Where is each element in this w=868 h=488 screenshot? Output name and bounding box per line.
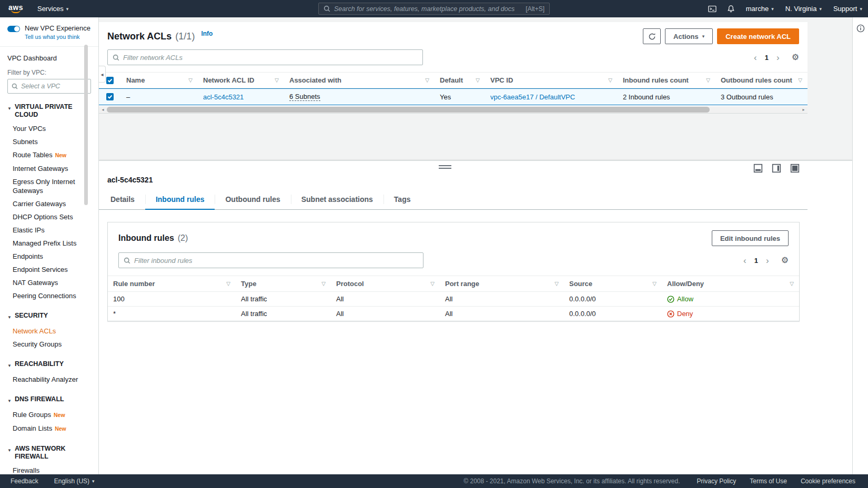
- column-filter-icon[interactable]: ▽: [554, 281, 559, 287]
- cloudshell-button[interactable]: [703, 0, 722, 17]
- prev-page-button[interactable]: ‹: [743, 256, 746, 265]
- column-filter-icon[interactable]: ▽: [706, 77, 710, 83]
- sidebar-section-header[interactable]: ▼ SECURITY: [7, 312, 91, 321]
- edit-inbound-rules-button[interactable]: Edit inbound rules: [712, 230, 789, 246]
- sidebar-item[interactable]: Endpoint Services: [7, 263, 91, 276]
- prev-page-button[interactable]: ‹: [754, 53, 757, 62]
- sidebar-item[interactable]: Rule GroupsNew: [7, 408, 91, 422]
- language-selector[interactable]: English (US) ▾: [54, 477, 95, 485]
- support-menu[interactable]: Support ▾: [827, 0, 868, 17]
- column-filter-icon[interactable]: ▽: [425, 77, 429, 83]
- sidebar-item[interactable]: Internet Gateways: [7, 162, 91, 175]
- footer-link[interactable]: Privacy Policy: [697, 477, 736, 485]
- scrollbar-track[interactable]: [107, 106, 800, 113]
- info-icon[interactable]: [856, 24, 865, 33]
- footer-link[interactable]: Terms of Use: [750, 477, 787, 485]
- info-link[interactable]: Info: [201, 30, 213, 37]
- global-search-input[interactable]: [334, 5, 522, 13]
- sidebar-section-header[interactable]: ▼ DNS FIREWALL: [7, 395, 91, 405]
- column-header-default[interactable]: Default▽: [435, 73, 485, 88]
- sidebar-item[interactable]: Subnets: [7, 135, 91, 148]
- acl-filter-input[interactable]: [123, 54, 418, 62]
- sidebar-item[interactable]: Peering Connections: [7, 289, 91, 302]
- horizontal-scrollbar[interactable]: ◂ ▸: [99, 106, 808, 113]
- column-header-allow-deny[interactable]: Allow/Deny▽: [662, 276, 799, 291]
- acl-id-link[interactable]: acl-5c4c5321: [203, 93, 244, 101]
- vpc-filter-input[interactable]: [21, 83, 87, 90]
- split-panel-drag-handle[interactable]: [439, 165, 451, 169]
- column-header-source[interactable]: Source▽: [564, 276, 662, 291]
- account-menu[interactable]: marche ▾: [740, 0, 780, 17]
- column-filter-icon[interactable]: ▽: [321, 281, 326, 287]
- column-header-rule-number[interactable]: Rule number▽: [108, 276, 236, 291]
- experience-toggle[interactable]: [7, 26, 20, 32]
- next-page-button[interactable]: ›: [776, 53, 780, 62]
- sidebar-section-header[interactable]: ▼ REACHABILITY: [7, 360, 91, 370]
- sidebar-item[interactable]: Firewalls: [7, 464, 91, 474]
- sidebar-item[interactable]: Managed Prefix Lists: [7, 237, 91, 250]
- sidebar-item[interactable]: DHCP Options Sets: [7, 210, 91, 223]
- column-filter-icon[interactable]: ▽: [188, 77, 193, 83]
- column-filter-icon[interactable]: ▽: [798, 77, 802, 83]
- current-page[interactable]: 1: [754, 257, 758, 265]
- footer-link[interactable]: Cookie preferences: [801, 477, 855, 485]
- associated-subnets-link[interactable]: 6 Subnets: [289, 93, 320, 101]
- column-filter-icon[interactable]: ▽: [476, 77, 480, 83]
- panel-position-bottom-button[interactable]: [753, 164, 763, 173]
- rules-filter-input[interactable]: [134, 257, 418, 265]
- vpc-filter-select[interactable]: [7, 79, 91, 94]
- select-all-checkbox[interactable]: [106, 77, 114, 84]
- detail-tab[interactable]: Inbound rules: [145, 189, 215, 209]
- experience-feedback-link[interactable]: Tell us what you think: [25, 34, 90, 40]
- column-header-inbound-count[interactable]: Inbound rules count▽: [618, 73, 715, 88]
- column-filter-icon[interactable]: ▽: [652, 281, 657, 287]
- panel-position-side-button[interactable]: [772, 164, 781, 173]
- sidebar-item[interactable]: Endpoints: [7, 250, 91, 263]
- sidebar-item[interactable]: Route TablesNew: [7, 148, 91, 162]
- column-header-protocol[interactable]: Protocol▽: [331, 276, 440, 291]
- column-header-type[interactable]: Type▽: [236, 276, 331, 291]
- row-checkbox[interactable]: [106, 93, 114, 100]
- panel-maximize-button[interactable]: [790, 164, 800, 173]
- detail-tab[interactable]: Tags: [383, 189, 421, 209]
- sidebar-item[interactable]: Reachability Analyzer: [7, 373, 91, 386]
- sidebar-item[interactable]: Domain ListsNew: [7, 422, 91, 435]
- column-header-associated-with[interactable]: Associated with▽: [284, 73, 435, 88]
- sidebar-collapse-button[interactable]: ◂: [99, 66, 106, 83]
- column-filter-icon[interactable]: ▽: [608, 77, 612, 83]
- region-menu[interactable]: N. Virginia ▾: [780, 0, 827, 17]
- sidebar-item[interactable]: Egress Only Internet Gateways: [7, 175, 91, 197]
- detail-tab[interactable]: Details: [100, 189, 145, 209]
- aws-logo[interactable]: aws: [0, 4, 32, 13]
- sidebar-item[interactable]: Network ACLs: [7, 324, 91, 338]
- create-network-acl-button[interactable]: Create network ACL: [717, 28, 799, 44]
- scroll-right-button[interactable]: ▸: [800, 106, 808, 113]
- scrollbar-thumb[interactable]: [107, 107, 710, 113]
- column-header-name[interactable]: Name▽: [121, 73, 198, 88]
- feedback-button[interactable]: Feedback: [11, 477, 38, 485]
- sidebar-item[interactable]: Your VPCs: [7, 122, 91, 135]
- column-filter-icon[interactable]: ▽: [430, 281, 435, 287]
- services-menu[interactable]: Services ▾: [32, 0, 74, 17]
- rule-row[interactable]: * All traffic All All 0.0.0.0/0: [108, 307, 799, 321]
- acl-table-row[interactable]: – acl-5c4c5321 6 Subnets Yes vpc-6aea5e1…: [99, 88, 808, 105]
- detail-tab[interactable]: Subnet associations: [291, 189, 383, 209]
- column-header-port-range[interactable]: Port range▽: [440, 276, 564, 291]
- sidebar-section-header[interactable]: ▼ AWS NETWORK FIREWALL: [7, 445, 91, 461]
- vpc-id-link[interactable]: vpc-6aea5e17 / DefaultVPC: [490, 93, 575, 101]
- table-settings-button[interactable]: ⚙: [792, 53, 799, 62]
- notifications-bell-button[interactable]: [722, 0, 740, 17]
- column-header-outbound-count[interactable]: Outbound rules count▽: [715, 73, 808, 88]
- sidebar-item[interactable]: NAT Gateways: [7, 276, 91, 289]
- sidebar-item[interactable]: Elastic IPs: [7, 223, 91, 237]
- sidebar-scrollbar[interactable]: [84, 45, 88, 205]
- column-filter-icon[interactable]: ▽: [275, 77, 279, 83]
- actions-button[interactable]: Actions ▾: [665, 28, 713, 44]
- sidebar-item-vpc-dashboard[interactable]: VPC Dashboard: [0, 47, 98, 62]
- refresh-button[interactable]: [643, 28, 661, 44]
- rules-settings-button[interactable]: ⚙: [781, 256, 789, 265]
- scroll-left-button[interactable]: ◂: [99, 106, 107, 113]
- column-filter-icon[interactable]: ▽: [226, 281, 230, 287]
- column-header-acl-id[interactable]: Network ACL ID▽: [198, 73, 284, 88]
- column-header-vpc-id[interactable]: VPC ID▽: [485, 73, 618, 88]
